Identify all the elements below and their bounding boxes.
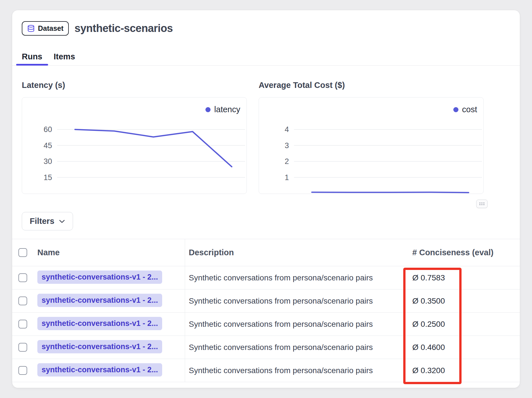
database-icon [27, 25, 35, 32]
cost-chart-plot: 1234 [259, 98, 483, 193]
column-header-description: Description [185, 239, 412, 266]
page-header: Dataset synthetic-scenarios [22, 20, 510, 36]
run-description: Synthetic conversations from persona/sce… [189, 320, 373, 329]
row-checkbox[interactable] [18, 343, 27, 352]
dataset-badge: Dataset [22, 21, 69, 36]
resize-grip-icon[interactable] [476, 200, 488, 208]
tab-runs[interactable]: Runs [16, 52, 48, 65]
svg-text:15: 15 [44, 173, 52, 182]
cost-legend[interactable]: cost [453, 105, 477, 114]
filters-button[interactable]: Filters [22, 212, 73, 230]
table-row: synthetic-conversations-v1 - 2... Synthe… [12, 313, 520, 336]
svg-text:45: 45 [44, 141, 52, 150]
charts-section: Latency (s) 15304560 latency Average Tot… [22, 80, 510, 194]
column-header-name: Name [37, 248, 185, 257]
table-body: synthetic-conversations-v1 - 2... Synthe… [12, 266, 520, 382]
latency-chart: Latency (s) 15304560 latency [22, 80, 247, 194]
page-title: synthetic-scenarios [74, 22, 173, 34]
svg-text:2: 2 [285, 157, 289, 166]
filters-row: Filters [22, 212, 510, 230]
run-description: Synthetic conversations from persona/sce… [189, 273, 373, 282]
dataset-badge-label: Dataset [38, 24, 63, 33]
latency-chart-panel: 15304560 latency [22, 97, 247, 194]
svg-text:30: 30 [44, 157, 52, 166]
runs-table: Name Description # Conciseness (eval) sy… [12, 239, 520, 382]
legend-dot [205, 107, 211, 112]
cost-chart-panel: 1234 cost [259, 97, 484, 194]
table-row: synthetic-conversations-v1 - 2... Synthe… [12, 266, 520, 289]
conciseness-value: Ø 0.3200 [412, 366, 445, 375]
svg-text:4: 4 [285, 125, 289, 134]
conciseness-value: Ø 0.2500 [412, 320, 445, 328]
cost-chart: Average Total Cost ($) 1234 cost [259, 80, 484, 194]
legend-label: cost [462, 105, 477, 114]
run-name-pill[interactable]: synthetic-conversations-v1 - 2... [37, 294, 162, 307]
row-checkbox[interactable] [18, 297, 27, 305]
cost-chart-title: Average Total Cost ($) [259, 80, 484, 90]
run-name-pill[interactable]: synthetic-conversations-v1 - 2... [37, 317, 162, 330]
row-checkbox[interactable] [18, 273, 27, 282]
svg-text:3: 3 [285, 141, 289, 150]
filters-button-label: Filters [30, 217, 54, 226]
run-description: Synthetic conversations from persona/sce… [189, 366, 373, 375]
svg-text:60: 60 [44, 125, 52, 134]
latency-legend[interactable]: latency [205, 105, 240, 114]
conciseness-value: Ø 0.4600 [412, 343, 445, 352]
run-description: Synthetic conversations from persona/sce… [189, 297, 373, 306]
conciseness-value: Ø 0.3500 [412, 297, 445, 305]
svg-text:1: 1 [285, 173, 289, 182]
legend-dot [453, 107, 458, 112]
table-row: synthetic-conversations-v1 - 2... Synthe… [12, 359, 520, 382]
row-checkbox[interactable] [18, 320, 27, 328]
chevron-down-icon [59, 219, 65, 223]
select-all-checkbox[interactable] [18, 248, 27, 257]
table-row: synthetic-conversations-v1 - 2... Synthe… [12, 336, 520, 359]
run-name-pill[interactable]: synthetic-conversations-v1 - 2... [37, 363, 162, 377]
page-background: { "header": { "badge_label": "Dataset", … [0, 0, 532, 398]
run-description: Synthetic conversations from persona/sce… [189, 343, 373, 352]
legend-label: latency [214, 105, 240, 114]
run-name-pill[interactable]: synthetic-conversations-v1 - 2... [37, 340, 162, 353]
conciseness-value: Ø 0.7583 [412, 273, 445, 282]
table-row: synthetic-conversations-v1 - 2... Synthe… [12, 289, 520, 313]
latency-chart-title: Latency (s) [22, 80, 247, 90]
table-header-row: Name Description # Conciseness (eval) [12, 239, 520, 266]
tab-items[interactable]: Items [48, 52, 81, 65]
tab-bar: Runs Items [12, 52, 520, 66]
dataset-card: Dataset synthetic-scenarios Runs Items L… [12, 10, 520, 388]
run-name-pill[interactable]: synthetic-conversations-v1 - 2... [37, 271, 162, 284]
column-header-conciseness: # Conciseness (eval) [412, 248, 520, 257]
row-checkbox[interactable] [18, 366, 27, 375]
